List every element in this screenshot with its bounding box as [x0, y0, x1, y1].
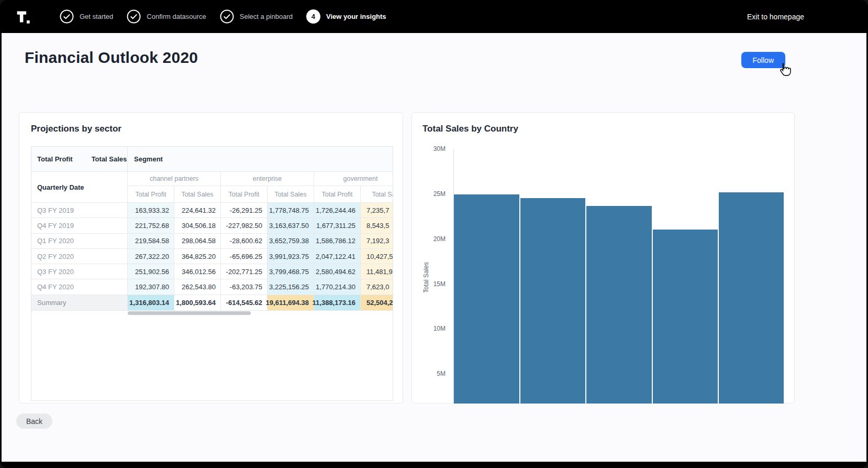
column-header: Total Sales: [268, 186, 314, 203]
table-cell[interactable]: 1,677,311.25: [314, 218, 361, 233]
table-cell[interactable]: 7,235,7: [361, 203, 393, 218]
table-cell[interactable]: 1,778,748.75: [268, 203, 314, 218]
table-card-title: Projections by sector: [31, 124, 121, 134]
content-area: Financial Outlook 2020 Follow Projection…: [2, 33, 866, 462]
pivot-grid: Total Profit Total Sales Segment Quarter…: [31, 147, 393, 311]
step-label: Confirm datasource: [147, 13, 206, 20]
table-cell[interactable]: 304,506.18: [174, 218, 221, 233]
table-cell[interactable]: 219,584.58: [128, 234, 174, 249]
follow-button-label: Follow: [753, 56, 774, 64]
step-number-badge: 4: [306, 9, 320, 24]
bar-plot: [453, 149, 784, 404]
table-cell[interactable]: 364,825.20: [174, 249, 221, 264]
step-view-your-insights[interactable]: 4 View your insights: [306, 9, 386, 24]
bar[interactable]: [586, 206, 652, 404]
table-cell[interactable]: -28,600.62: [221, 234, 268, 249]
table-cell[interactable]: 7,192,3: [361, 234, 393, 249]
step-label: View your insights: [326, 13, 386, 20]
table-cell[interactable]: -65,696.25: [221, 249, 268, 264]
total-sales-card: Total Sales by Country 30M25M20M15M10M5M…: [411, 112, 795, 404]
summary-cell[interactable]: 11,388,173.16: [314, 295, 361, 311]
hand-cursor-icon: [777, 62, 793, 78]
step-label: Get started: [80, 13, 113, 20]
back-button[interactable]: Back: [16, 413, 52, 429]
table-cell[interactable]: 2,580,494.62: [314, 264, 361, 279]
segment-group-label: channel partners: [128, 172, 221, 186]
step-get-started[interactable]: Get started: [60, 9, 113, 24]
table-cell[interactable]: 2,047,122.41: [314, 249, 361, 264]
step-confirm-datasource[interactable]: Confirm datasource: [127, 9, 206, 24]
row-label: Q4 FY 2020: [31, 279, 128, 295]
table-cell[interactable]: -202,771.25: [221, 264, 268, 279]
summary-cell[interactable]: 52,504,2: [361, 295, 393, 311]
summary-cell[interactable]: -614,545.62: [221, 295, 268, 311]
column-header: Total Profit: [314, 186, 361, 203]
page-title: Financial Outlook 2020: [25, 49, 198, 67]
table-cell[interactable]: 3,652,759.38: [268, 234, 314, 249]
summary-cell[interactable]: 1,800,593.64: [174, 295, 221, 311]
app-window: Get started Confirm datasource Select a …: [0, 0, 868, 468]
y-tick-label: 10M: [412, 325, 446, 332]
thoughtspot-logo-icon: [16, 9, 30, 24]
bar[interactable]: [719, 192, 784, 404]
column-header: Total Sales: [174, 186, 221, 203]
table-cell[interactable]: 298,064.58: [174, 234, 221, 249]
table-cell[interactable]: -63,203.75: [221, 279, 268, 295]
exit-to-homepage-link[interactable]: Exit to homepage: [747, 13, 804, 21]
check-circle-icon: [60, 9, 74, 24]
table-cell[interactable]: 1,770,214.30: [314, 279, 361, 295]
table-cell[interactable]: 346,012.56: [174, 264, 221, 279]
projections-card: Projections by sector Total Profit Total…: [19, 112, 403, 404]
stepper: Get started Confirm datasource Select a …: [60, 9, 386, 24]
table-cell[interactable]: 267,322.20: [128, 249, 174, 264]
table-cell[interactable]: 8,543,5: [361, 218, 393, 233]
table-cell[interactable]: 3,799,468.75: [268, 264, 314, 279]
row-label: Q1 FY 2020: [31, 234, 128, 249]
summary-row-label: Summary: [31, 295, 128, 311]
bar[interactable]: [653, 230, 718, 404]
table-cell[interactable]: 251,902.56: [128, 264, 174, 279]
row-label: Q4 FY 2019: [31, 218, 128, 233]
table-cell[interactable]: 1,726,244.46: [314, 203, 361, 218]
pivot-table[interactable]: Total Profit Total Sales Segment Quarter…: [31, 146, 393, 401]
horizontal-scrollbar[interactable]: [128, 311, 251, 315]
segment-header: Segment: [128, 147, 393, 172]
y-tick-label: 30M: [412, 145, 446, 153]
y-tick-label: 25M: [412, 190, 446, 198]
step-label: Select a pinboard: [240, 13, 293, 20]
y-tick-label: 20M: [412, 235, 446, 243]
table-cell[interactable]: 11,481,9: [361, 264, 393, 279]
step-select-a-pinboard[interactable]: Select a pinboard: [220, 9, 293, 24]
summary-cell[interactable]: 19,611,694.38: [268, 295, 314, 311]
table-cell[interactable]: 3,163,637.50: [268, 218, 314, 233]
row-dimension-header: Quarterly Date: [31, 172, 128, 203]
table-cell[interactable]: 1,586,786.12: [314, 234, 361, 249]
bar[interactable]: [520, 198, 586, 404]
measures-header: Total Profit Total Sales: [31, 147, 128, 172]
table-cell[interactable]: 163,933.32: [128, 203, 174, 218]
measure-header-label: Total Sales: [92, 155, 127, 163]
table-cell[interactable]: 3,991,923.75: [268, 249, 314, 264]
table-cell[interactable]: 224,641.32: [174, 203, 221, 218]
table-cell[interactable]: 262,543.80: [174, 279, 221, 295]
row-label: Q2 FY 2020: [31, 249, 128, 264]
column-header: Total Profit: [221, 186, 268, 203]
table-cell[interactable]: -227,982.50: [221, 218, 268, 233]
table-cell[interactable]: 3,225,156.25: [268, 279, 314, 295]
table-cell[interactable]: 7,623,0: [361, 279, 393, 295]
follow-button[interactable]: Follow: [741, 52, 785, 68]
summary-cell[interactable]: 1,316,803.14: [128, 295, 174, 311]
table-cell[interactable]: 10,427,5: [361, 249, 393, 264]
table-cell[interactable]: 192,307.80: [128, 279, 174, 295]
row-label: Q3 FY 2020: [31, 264, 128, 279]
table-cell[interactable]: 221,752.68: [128, 218, 174, 233]
column-header: Total Profit: [128, 186, 174, 203]
measure-header-label: Total Profit: [37, 155, 73, 163]
check-circle-icon: [127, 9, 141, 24]
row-label: Q3 FY 2019: [31, 203, 128, 218]
table-cell[interactable]: -26,291.25: [221, 203, 268, 218]
y-axis-title: Total Sales: [422, 262, 430, 293]
segment-group-label: government: [314, 172, 393, 186]
y-tick-label: 5M: [412, 370, 446, 377]
bar[interactable]: [454, 194, 519, 404]
